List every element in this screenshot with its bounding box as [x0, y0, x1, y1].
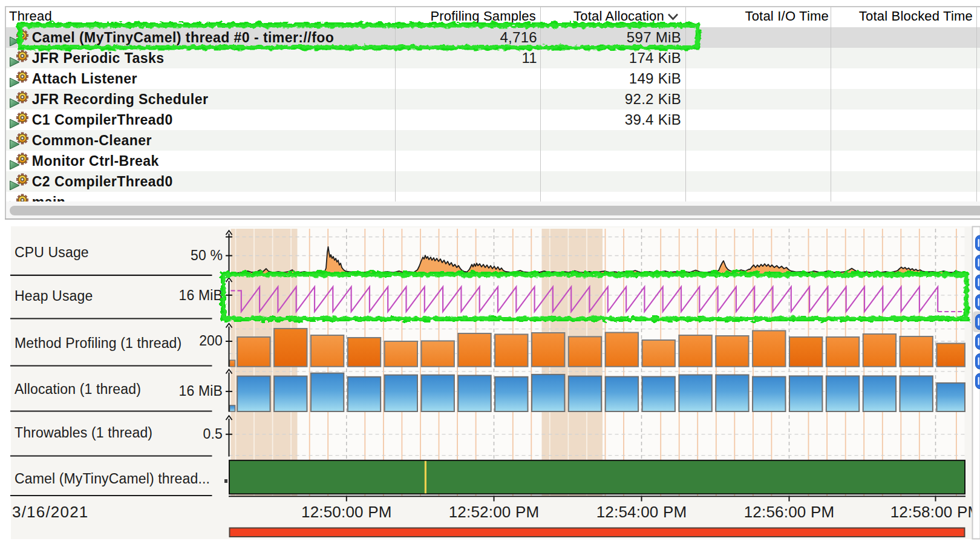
svg-text:12:58:00 PM: 12:58:00 PM — [890, 503, 980, 521]
svg-text:Throwables (1 thread): Throwables (1 thread) — [15, 425, 152, 441]
svg-text:0.5: 0.5 — [203, 426, 223, 442]
svg-text:Allocation (1 thread): Allocation (1 thread) — [15, 381, 141, 397]
svg-text:Camel (MyTinyCamel) thread...: Camel (MyTinyCamel) thread... — [15, 471, 210, 486]
svg-text:12:50:00 PM: 12:50:00 PM — [301, 503, 392, 521]
svg-text:Method Profiling (1 thread): Method Profiling (1 thread) — [15, 335, 181, 351]
svg-text:16 MiB: 16 MiB — [179, 383, 223, 399]
svg-text:12:54:00 PM: 12:54:00 PM — [596, 503, 687, 521]
svg-text:3/16/2021: 3/16/2021 — [12, 503, 88, 521]
svg-text:12:56:00 PM: 12:56:00 PM — [744, 503, 835, 521]
svg-text:CPU Usage: CPU Usage — [15, 244, 89, 260]
svg-text:Heap Usage: Heap Usage — [15, 288, 93, 304]
svg-text:12:52:00 PM: 12:52:00 PM — [449, 503, 540, 521]
svg-text:200: 200 — [199, 333, 223, 349]
svg-text:16 MiB: 16 MiB — [179, 287, 223, 303]
svg-text:50 %: 50 % — [191, 247, 223, 263]
